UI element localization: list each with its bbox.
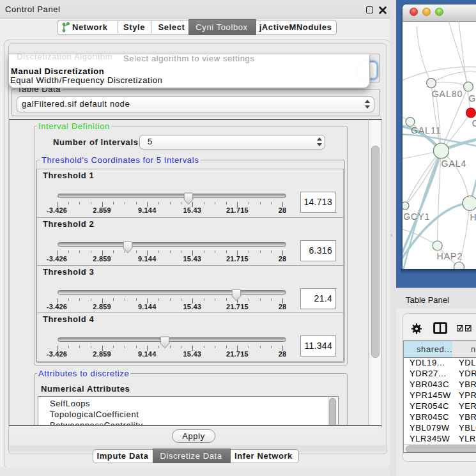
svg-text:GCY1: GCY1 [403, 211, 430, 222]
svg-text:GAL11: GAL11 [411, 125, 441, 135]
svg-text:GAL4: GAL4 [441, 158, 467, 169]
svg-text:HI: HI [470, 212, 476, 222]
svg-text:CY: CY [472, 118, 476, 128]
svg-text:GAL80: GAL80 [432, 89, 463, 99]
svg-text:HAP2: HAP2 [437, 251, 463, 261]
svg-text:GA: GA [468, 93, 476, 104]
